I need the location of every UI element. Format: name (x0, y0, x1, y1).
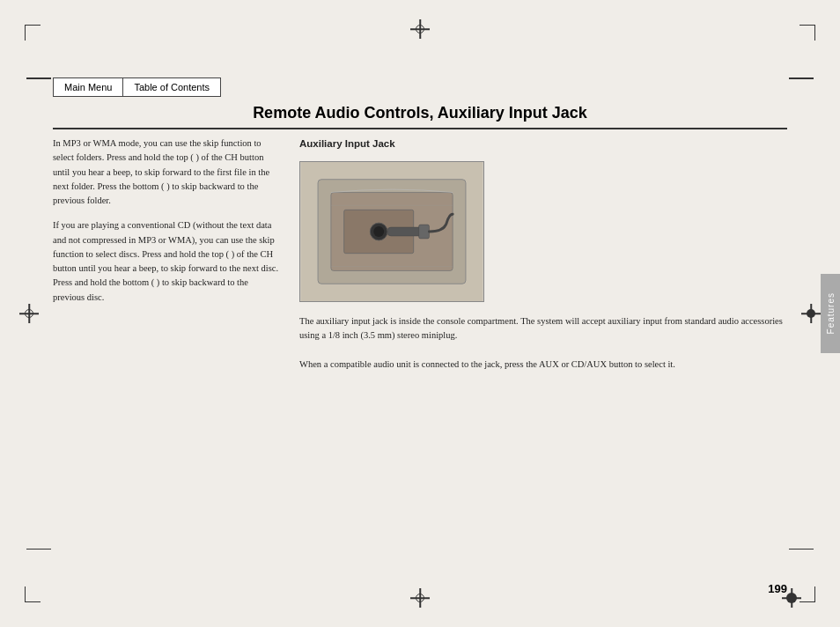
svg-rect-6 (387, 227, 423, 236)
corner-mark-tr (799, 25, 815, 41)
trim-line-right-top (789, 77, 814, 79)
right-column: Auxiliary Input Jack (299, 136, 787, 574)
corner-mark-br (799, 586, 815, 602)
reg-mark-top (410, 19, 430, 39)
svg-point-5 (373, 226, 384, 237)
trim-line-left-top (26, 77, 51, 79)
left-paragraph-1: In MP3 or WMA mode, you can use the skip… (53, 136, 282, 208)
page-title: Remote Audio Controls, Auxiliary Input J… (53, 104, 787, 129)
page-number: 199 (768, 582, 787, 595)
reg-mark-bottom (410, 588, 430, 608)
aux-jack-svg (300, 162, 483, 301)
aux-jack-title: Auxiliary Input Jack (299, 136, 787, 152)
main-menu-button[interactable]: Main Menu (53, 77, 122, 97)
reg-mark-right (801, 304, 821, 323)
svg-rect-7 (419, 225, 430, 239)
features-tab-label: Features (826, 292, 836, 334)
corner-mark-bl (25, 586, 41, 602)
aux-jack-image (299, 161, 484, 302)
features-tab: Features (821, 274, 840, 353)
left-paragraph-2: If you are playing a conventional CD (wi… (53, 218, 282, 305)
content-area: In MP3 or WMA mode, you can use the skip… (53, 136, 787, 574)
nav-bar: Main Menu Table of Contents (53, 77, 221, 97)
right-paragraph-2: When a compatible audio unit is connecte… (299, 358, 787, 372)
trim-line-right-bottom (789, 549, 814, 550)
trim-line-left-bottom (26, 549, 51, 550)
toc-button[interactable]: Table of Contents (122, 77, 221, 97)
page: Main Menu Table of Contents Remote Audio… (0, 0, 840, 627)
reg-mark-left (19, 304, 39, 323)
corner-mark-tl (25, 25, 41, 41)
left-column: In MP3 or WMA mode, you can use the skip… (53, 136, 282, 574)
right-paragraph-1: The auxiliary input jack is inside the c… (299, 314, 787, 343)
